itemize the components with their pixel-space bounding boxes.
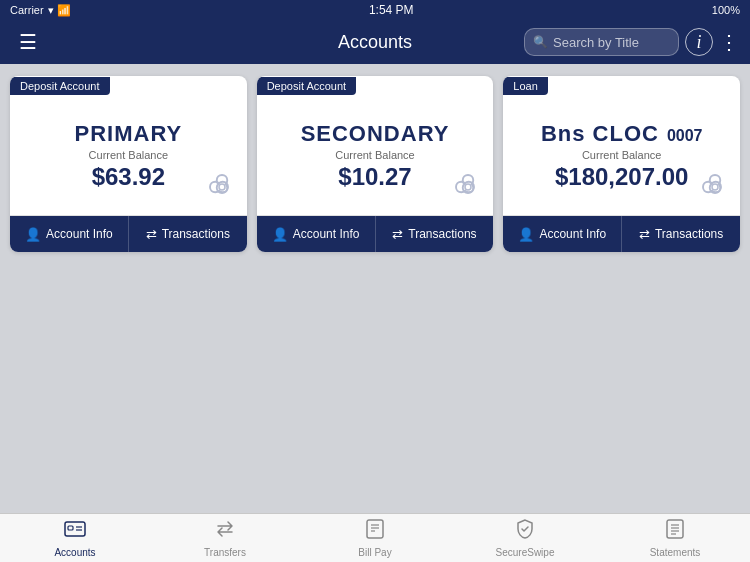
svg-rect-11 (667, 520, 683, 538)
account-card-secondary: Deposit Account SECONDARY Current Balanc… (257, 76, 494, 252)
balance-label-secondary: Current Balance (335, 149, 415, 161)
transactions-icon-secondary: ⇄ (392, 227, 403, 242)
transactions-label-secondary: Transactions (408, 227, 476, 241)
account-info-icon-secondary: 👤 (272, 227, 288, 242)
card-body-loan: Bns CLOC 0007 Current Balance $180,207.0… (503, 95, 740, 215)
account-info-btn-primary[interactable]: 👤 Account Info (10, 216, 129, 252)
svg-point-2 (712, 184, 718, 190)
card-logo-loan (700, 172, 730, 207)
nav-bar: ☰ Accounts 🔍 Search by Title i ⋮ (0, 20, 750, 64)
main-content: Deposit Account PRIMARY Current Balance … (0, 64, 750, 513)
balance-primary: $63.92 (92, 163, 165, 191)
tab-billpay-label: Bill Pay (358, 547, 391, 558)
tab-transfers-label: Transfers (204, 547, 246, 558)
card-type-badge-secondary: Deposit Account (257, 77, 357, 95)
account-card-primary: Deposit Account PRIMARY Current Balance … (10, 76, 247, 252)
tab-bar: Accounts Transfers Bill Pay (0, 513, 750, 562)
transactions-btn-primary[interactable]: ⇄ Transactions (129, 216, 247, 252)
transactions-btn-loan[interactable]: ⇄ Transactions (622, 216, 740, 252)
account-info-label-loan: Account Info (539, 227, 606, 241)
tab-accounts[interactable]: Accounts (0, 514, 150, 562)
carrier-label: Carrier (10, 4, 44, 16)
balance-loan: $180,207.00 (555, 163, 688, 191)
tab-accounts-label: Accounts (54, 547, 95, 558)
secureswipe-icon (514, 518, 536, 545)
status-left: Carrier ▾ 📶 (10, 4, 71, 17)
info-button[interactable]: i (685, 28, 713, 56)
status-time: 1:54 PM (369, 3, 414, 17)
accounts-icon (64, 518, 86, 545)
account-info-label-primary: Account Info (46, 227, 113, 241)
svg-point-0 (219, 184, 225, 190)
billpay-icon (364, 518, 386, 545)
tab-statements[interactable]: Statements (600, 514, 750, 562)
balance-label-primary: Current Balance (89, 149, 169, 161)
card-type-badge: Deposit Account (10, 77, 110, 95)
transactions-btn-secondary[interactable]: ⇄ Transactions (376, 216, 494, 252)
balance-label-loan: Current Balance (582, 149, 662, 161)
card-footer-loan: 👤 Account Info ⇄ Transactions (503, 215, 740, 252)
status-right: 100% (712, 4, 740, 16)
account-info-btn-loan[interactable]: 👤 Account Info (503, 216, 622, 252)
card-type-badge-loan: Loan (503, 77, 547, 95)
card-logo-secondary (453, 172, 483, 207)
more-button[interactable]: ⋮ (719, 30, 740, 54)
tab-secureswipe-label: SecureSwipe (496, 547, 555, 558)
account-info-icon-primary: 👤 (25, 227, 41, 242)
card-logo-primary (207, 172, 237, 207)
tab-billpay[interactable]: Bill Pay (300, 514, 450, 562)
account-info-icon-loan: 👤 (518, 227, 534, 242)
account-info-btn-secondary[interactable]: 👤 Account Info (257, 216, 376, 252)
account-name-primary: PRIMARY (75, 121, 183, 147)
transfers-icon (214, 518, 236, 545)
account-card-loan: Loan Bns CLOC 0007 Current Balance $180,… (503, 76, 740, 252)
transactions-icon-loan: ⇄ (639, 227, 650, 242)
transactions-icon-primary: ⇄ (146, 227, 157, 242)
account-name-secondary: SECONDARY (301, 121, 450, 147)
account-info-label-secondary: Account Info (293, 227, 360, 241)
status-bar: Carrier ▾ 📶 1:54 PM 100% (0, 0, 750, 20)
search-placeholder: Search by Title (553, 35, 639, 50)
search-bar[interactable]: 🔍 Search by Title (524, 28, 679, 56)
card-body-secondary: SECONDARY Current Balance $10.27 (257, 95, 494, 215)
tab-transfers[interactable]: Transfers (150, 514, 300, 562)
account-name-row-loan: Bns CLOC 0007 (541, 121, 703, 149)
transactions-label-primary: Transactions (162, 227, 230, 241)
account-name-loan: Bns CLOC (541, 121, 659, 147)
tab-statements-label: Statements (650, 547, 701, 558)
page-title: Accounts (338, 32, 412, 53)
transactions-label-loan: Transactions (655, 227, 723, 241)
svg-point-1 (465, 184, 471, 190)
card-footer-secondary: 👤 Account Info ⇄ Transactions (257, 215, 494, 252)
wifi-icon: ▾ 📶 (48, 4, 71, 17)
account-suffix-loan: 0007 (667, 127, 703, 145)
card-footer-primary: 👤 Account Info ⇄ Transactions (10, 215, 247, 252)
battery-label: 100% (712, 4, 740, 16)
nav-right: 🔍 Search by Title i ⋮ (524, 28, 740, 56)
statements-icon (664, 518, 686, 545)
card-body-primary: PRIMARY Current Balance $63.92 (10, 95, 247, 215)
balance-secondary: $10.27 (338, 163, 411, 191)
menu-button[interactable]: ☰ (10, 24, 46, 60)
svg-rect-7 (367, 520, 383, 538)
tab-secureswipe[interactable]: SecureSwipe (450, 514, 600, 562)
svg-rect-4 (68, 526, 73, 530)
search-icon: 🔍 (533, 35, 548, 49)
